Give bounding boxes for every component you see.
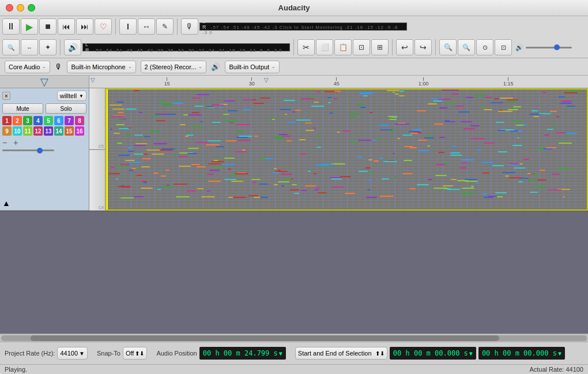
midi-note xyxy=(187,134,194,136)
ch-8[interactable]: 8 xyxy=(75,116,84,125)
ruler-content[interactable]: ▽ ▽ 1530451:001:15 xyxy=(89,76,588,88)
midi-note xyxy=(273,172,280,173)
zoom-normal-button[interactable]: ⊙ xyxy=(476,39,493,55)
grid-vline xyxy=(527,89,527,210)
audio-position-field[interactable]: 00 h 00 m 24.799 s ▼ xyxy=(199,347,286,360)
midi-note xyxy=(480,106,485,107)
zoom-fit-button[interactable]: ↔ xyxy=(21,39,38,55)
play-button[interactable]: ▶ xyxy=(21,18,38,35)
stop-button[interactable]: ■ xyxy=(39,18,56,35)
ch-11[interactable]: 11 xyxy=(23,126,32,136)
project-rate-chevron: ▼ xyxy=(79,350,85,357)
volume-slider[interactable] xyxy=(526,47,572,48)
silence-button[interactable]: ⊞ xyxy=(371,39,389,55)
loop-button[interactable]: ♡ xyxy=(95,18,112,35)
output-selector[interactable]: Built-in Output ⌄ xyxy=(225,61,280,73)
ch-2[interactable]: 2 xyxy=(13,116,22,125)
project-rate-control[interactable]: 44100 ▼ xyxy=(57,347,88,360)
midi-note xyxy=(397,138,400,139)
playback-vu-meter: LR -57 -54 -51 -48 -45 -42 -39 -36 -33 -… xyxy=(85,42,282,53)
midi-note xyxy=(466,97,473,98)
midi-note xyxy=(389,119,397,120)
selection-start-chevron: ▼ xyxy=(469,350,473,357)
midi-note xyxy=(224,158,235,159)
midi-note xyxy=(519,163,523,164)
scrollbar-track[interactable] xyxy=(1,335,587,341)
playback-meter-button[interactable]: 🔊 xyxy=(64,39,81,55)
midi-note xyxy=(482,193,487,195)
select-tool-button[interactable]: I xyxy=(119,18,137,35)
snap-to-control[interactable]: Off ⬆⬇ xyxy=(123,347,147,360)
ch-3[interactable]: 3 xyxy=(23,116,32,125)
rewind-button[interactable]: ⏮ xyxy=(58,18,75,35)
forward-button[interactable]: ⏭ xyxy=(76,18,93,35)
midi-note xyxy=(465,181,478,182)
redo-button[interactable]: ↪ xyxy=(414,39,432,55)
grid-vline xyxy=(491,89,491,210)
midi-note xyxy=(218,107,223,108)
ch-7[interactable]: 7 xyxy=(65,116,74,125)
zoom-tool-button[interactable]: ↔ xyxy=(138,18,155,35)
grid-vline xyxy=(251,89,251,210)
ch-10[interactable]: 10 xyxy=(13,126,22,136)
zoom-star-button[interactable]: ✦ xyxy=(39,39,56,55)
ch-14[interactable]: 14 xyxy=(54,126,63,136)
draw-tool-button[interactable]: ✎ xyxy=(156,18,174,35)
cut-button[interactable]: ✂ xyxy=(297,39,315,55)
zoom-sel-button[interactable]: 🔍 xyxy=(2,39,20,55)
zoom-in-button[interactable]: 🔍 xyxy=(439,39,457,55)
add-channel-button[interactable]: + xyxy=(13,138,18,147)
copy-button[interactable]: ⬜ xyxy=(316,39,333,55)
close-button[interactable] xyxy=(6,4,13,12)
ch-13[interactable]: 13 xyxy=(44,126,53,136)
midi-note xyxy=(112,109,125,110)
track-close-button[interactable]: × xyxy=(2,92,10,100)
input-selector[interactable]: Built-in Microphone ⌄ xyxy=(67,61,135,73)
trim-button[interactable]: ⊡ xyxy=(353,39,370,55)
solo-button[interactable]: Solo xyxy=(46,103,86,114)
track-volume-slider[interactable] xyxy=(2,149,54,151)
ch-12[interactable]: 12 xyxy=(33,126,43,136)
midi-note xyxy=(206,144,220,145)
main-area: × willtell ▼ Mute Solo 1 2 3 4 5 6 xyxy=(0,88,588,334)
midi-note xyxy=(560,103,572,104)
volume-icon: 🔊 xyxy=(515,44,523,51)
channels-selector[interactable]: 2 (Stereo) Recor... ⌄ xyxy=(141,61,207,73)
midi-note xyxy=(212,161,224,162)
track-name-dropdown[interactable]: willtell ▼ xyxy=(57,91,86,101)
track-name-chevron: ▼ xyxy=(79,94,84,99)
collapse-button[interactable]: ▲ xyxy=(2,199,10,208)
record-meter-button[interactable]: 🎙 xyxy=(181,18,198,35)
selection-end-value: 00 h 00 m 00.000 s xyxy=(482,349,557,357)
scrollbar-thumb[interactable] xyxy=(31,335,499,341)
minimize-button[interactable] xyxy=(17,4,24,12)
ch-1[interactable]: 1 xyxy=(2,116,12,125)
pause-button[interactable]: ⏸ xyxy=(2,18,20,35)
grid-vline xyxy=(383,89,383,210)
selection-start-field[interactable]: 00 h 00 m 00.000 s ▼ xyxy=(390,347,476,360)
mute-button[interactable]: Mute xyxy=(2,103,43,114)
selection-type-control[interactable]: Start and End of Selection ⬆⬇ xyxy=(295,347,387,360)
ch-16[interactable]: 16 xyxy=(75,126,84,136)
selection-end-field[interactable]: 00 h 00 m 00.000 s ▼ xyxy=(478,347,565,360)
remove-channel-button[interactable]: − xyxy=(2,138,7,147)
horizontal-scrollbar[interactable] xyxy=(0,334,588,342)
ch-9[interactable]: 9 xyxy=(2,126,12,136)
ch-4[interactable]: 4 xyxy=(33,116,43,125)
undo-button[interactable]: ↩ xyxy=(396,39,413,55)
grid-vline xyxy=(131,89,131,210)
divider4 xyxy=(293,39,294,55)
midi-grid[interactable] xyxy=(105,88,588,211)
midi-note xyxy=(498,151,507,152)
host-selector[interactable]: Core Audio ⌄ xyxy=(5,61,50,73)
ch-15[interactable]: 15 xyxy=(65,126,74,136)
maximize-button[interactable] xyxy=(28,4,35,12)
ch-5[interactable]: 5 xyxy=(44,116,53,125)
midi-note xyxy=(379,158,383,159)
paste-button[interactable]: 📋 xyxy=(334,39,352,55)
zoom-out-button[interactable]: 🔍 xyxy=(458,39,475,55)
zoom-fit3-button[interactable]: ⊡ xyxy=(495,39,512,55)
ch-6[interactable]: 6 xyxy=(54,116,63,125)
midi-note xyxy=(532,110,538,111)
midi-note xyxy=(514,167,525,169)
